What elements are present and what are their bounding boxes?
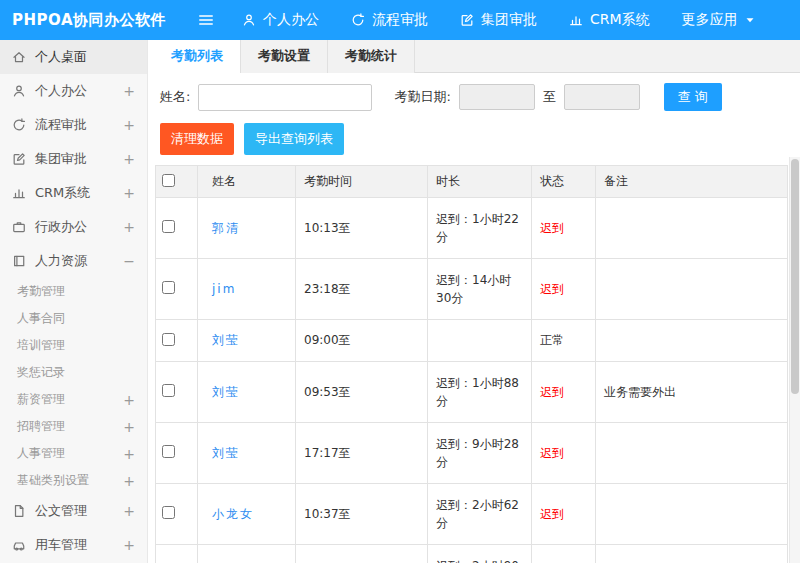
- row-checkbox[interactable]: [162, 384, 175, 397]
- row-checkbox-cell: [156, 320, 198, 362]
- sidebar-subitem-奖惩记录[interactable]: 奖惩记录: [0, 359, 147, 386]
- sidebar-subitem-考勤管理[interactable]: 考勤管理: [0, 278, 147, 305]
- sidebar-subitem-人事管理[interactable]: 人事管理 +: [0, 440, 147, 467]
- sidebar-item-人力资源[interactable]: 人力资源 −: [0, 244, 147, 278]
- row-checkbox-cell: [156, 259, 198, 320]
- top-header: PHPOA协同办公软件 个人办公 流程审批 集团审批 CRM系统 更多应用: [0, 0, 800, 40]
- status-badge: 迟到: [540, 221, 564, 235]
- attendance-time-cell: 10:54至10:54: [296, 545, 428, 563]
- status-cell: 迟到: [532, 362, 596, 423]
- row-checkbox[interactable]: [162, 506, 175, 519]
- sidebar-item-集团审批[interactable]: 集团审批 +: [0, 142, 147, 176]
- header-nav-item-个人办公[interactable]: 个人办公: [226, 0, 335, 40]
- book-icon: [12, 254, 26, 268]
- home-icon: [12, 50, 26, 64]
- car-icon: [12, 538, 26, 552]
- expand-icon[interactable]: +: [123, 152, 135, 166]
- expand-icon[interactable]: +: [123, 220, 135, 234]
- sidebar-subitem-招聘管理[interactable]: 招聘管理 +: [0, 413, 147, 440]
- edit-icon: [460, 13, 474, 27]
- doc-icon: [12, 504, 26, 518]
- employee-name-cell: 郭清: [198, 198, 296, 259]
- header-nav-item-CRM系统[interactable]: CRM系统: [553, 0, 666, 40]
- expand-icon[interactable]: +: [123, 84, 135, 98]
- header-nav-item-集团审批[interactable]: 集团审批: [444, 0, 553, 40]
- user-icon: [12, 84, 26, 98]
- date-filter-label: 考勤日期:: [394, 88, 450, 106]
- search-button[interactable]: 查 询: [664, 83, 722, 111]
- main-content: 考勤列表 考勤设置 考勤统计 姓名: 考勤日期: 至 查 询 清理数据 导出查询…: [154, 40, 800, 563]
- expand-icon[interactable]: +: [123, 393, 135, 407]
- scrollbar-thumb[interactable]: [791, 159, 799, 394]
- date-from-input[interactable]: [459, 84, 535, 110]
- sidebar-item-流程审批[interactable]: 流程审批 +: [0, 108, 147, 142]
- status-cell: 迟到: [532, 259, 596, 320]
- tab-考勤设置[interactable]: 考勤设置: [241, 40, 328, 73]
- row-checkbox[interactable]: [162, 445, 175, 458]
- employee-name-cell: 小龙女: [198, 484, 296, 545]
- sidebar-item-公文管理[interactable]: 公文管理 +: [0, 494, 147, 528]
- remark-cell: [596, 423, 788, 484]
- name-filter-label: 姓名:: [160, 88, 190, 106]
- status-cell: 迟到: [532, 484, 596, 545]
- col-header-name: 姓名: [198, 166, 296, 198]
- col-header-remark: 备注: [596, 166, 788, 198]
- user-icon: [242, 13, 256, 27]
- expand-icon[interactable]: +: [123, 420, 135, 434]
- menu-toggle-icon[interactable]: [186, 0, 226, 40]
- sidebar-subitem-培训管理[interactable]: 培训管理: [0, 332, 147, 359]
- table-row: 刘莹 09:53至 迟到：1小时88分 迟到 业务需要外出: [156, 362, 788, 423]
- status-badge: 正常: [540, 333, 564, 347]
- employee-name-link[interactable]: 刘莹: [212, 385, 240, 399]
- attendance-time-cell: 09:00至: [296, 320, 428, 362]
- expand-icon[interactable]: +: [123, 118, 135, 132]
- vertical-scrollbar[interactable]: [789, 157, 800, 563]
- employee-name-link[interactable]: 刘莹: [212, 446, 240, 460]
- table-row: 郭清 10:13至 迟到：1小时22分 迟到: [156, 198, 788, 259]
- remark-cell: [596, 259, 788, 320]
- sidebar-item-用车管理[interactable]: 用车管理 +: [0, 528, 147, 562]
- tab-考勤列表[interactable]: 考勤列表: [154, 40, 241, 73]
- clean-data-button[interactable]: 清理数据: [160, 123, 234, 155]
- table-row: 小龙女 10:37至 迟到：2小时62分 迟到: [156, 484, 788, 545]
- caret-icon: [745, 15, 755, 25]
- name-filter-input[interactable]: [198, 84, 372, 111]
- tab-考勤统计[interactable]: 考勤统计: [328, 40, 415, 73]
- table-body: 郭清 10:13至 迟到：1小时22分 迟到 jim 23:18至 迟到：14小…: [156, 198, 788, 563]
- sidebar-item-个人桌面[interactable]: 个人桌面: [0, 40, 147, 74]
- sidebar-subitem-人事合同[interactable]: 人事合同: [0, 305, 147, 332]
- sidebar-subitem-薪资管理[interactable]: 薪资管理 +: [0, 386, 147, 413]
- attendance-table: 姓名 考勤时间 时长 状态 备注 郭清 10:13至 迟到：1小时22分 迟到 …: [155, 165, 788, 563]
- table-row: 管理员 10:54至10:54 迟到：2小时90分 早退：7小时10分 迟到/早…: [156, 545, 788, 563]
- expand-icon[interactable]: +: [123, 504, 135, 518]
- duration-cell: 迟到：2小时90分 早退：7小时10分: [428, 545, 532, 563]
- sidebar-item-行政办公[interactable]: 行政办公 +: [0, 210, 147, 244]
- sidebar-item-CRM系统[interactable]: CRM系统 +: [0, 176, 147, 210]
- expand-icon[interactable]: +: [123, 186, 135, 200]
- sidebar-item-个人办公[interactable]: 个人办公 +: [0, 74, 147, 108]
- remark-cell: [596, 198, 788, 259]
- tab-bar: 考勤列表 考勤设置 考勤统计: [154, 40, 800, 73]
- expand-icon[interactable]: −: [123, 254, 135, 268]
- employee-name-link[interactable]: 郭清: [212, 221, 240, 235]
- row-checkbox[interactable]: [162, 333, 175, 346]
- header-nav-item-流程审批[interactable]: 流程审批: [335, 0, 444, 40]
- employee-name-link[interactable]: 刘莹: [212, 333, 240, 347]
- status-badge: 迟到: [540, 507, 564, 521]
- header-nav: 个人办公 流程审批 集团审批 CRM系统 更多应用: [226, 0, 771, 40]
- employee-name-link[interactable]: jim: [212, 282, 236, 296]
- select-all-checkbox[interactable]: [162, 174, 175, 187]
- expand-icon[interactable]: +: [123, 538, 135, 552]
- date-to-input[interactable]: [564, 84, 640, 110]
- sidebar-subitem-基础类别设置[interactable]: 基础类别设置 +: [0, 467, 147, 494]
- expand-icon[interactable]: +: [123, 474, 135, 488]
- page-layout: 个人桌面 个人办公 + 流程审批 + 集团审批 + CRM系统 + 行政办公 +…: [0, 40, 800, 563]
- row-checkbox[interactable]: [162, 220, 175, 233]
- header-nav-item-更多应用[interactable]: 更多应用: [666, 0, 771, 40]
- export-list-button[interactable]: 导出查询列表: [244, 123, 344, 155]
- row-checkbox[interactable]: [162, 281, 175, 294]
- employee-name-link[interactable]: 小龙女: [212, 507, 254, 521]
- table-header-row: 姓名 考勤时间 时长 状态 备注: [156, 166, 788, 198]
- expand-icon[interactable]: +: [123, 447, 135, 461]
- chart-icon: [569, 13, 583, 27]
